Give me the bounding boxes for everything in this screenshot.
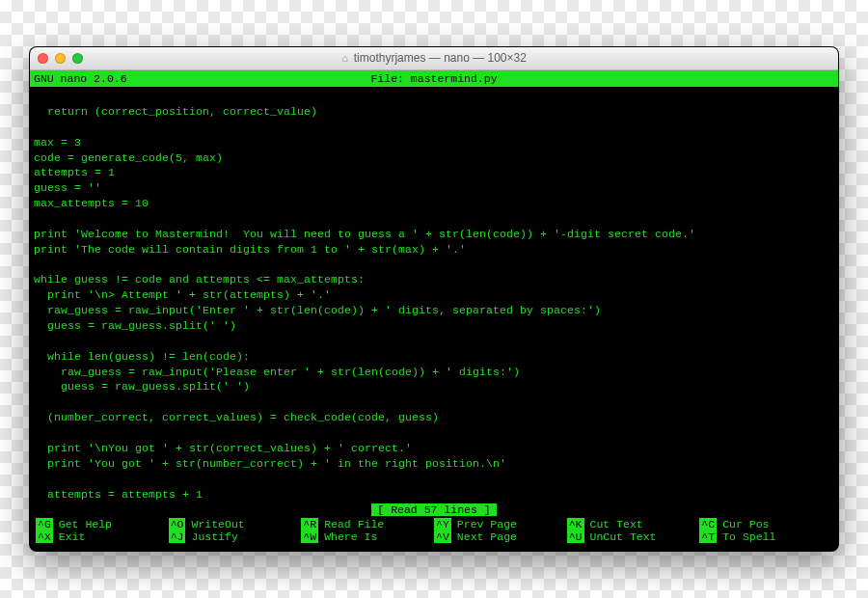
window-title-text: timothyrjames — nano — 100×32: [354, 51, 527, 65]
window-title: ⌂ timothyrjames — nano — 100×32: [30, 51, 838, 65]
status-row: [ Read 57 lines ]: [30, 503, 838, 516]
shortcut-row-1: ^G Get Help ^O WriteOut ^R Read File ^Y …: [36, 518, 832, 530]
shortcut-label: Cur Pos: [722, 518, 769, 530]
shortcut-row-2: ^X Exit ^J Justify ^W Where Is ^V Next P…: [36, 530, 832, 543]
nano-header: GNU nano 2.0.6 File: mastermind.py: [30, 70, 838, 88]
shortcut-prev-page[interactable]: ^Y Prev Page: [434, 518, 567, 530]
zoom-icon[interactable]: [72, 53, 83, 64]
titlebar: ⌂ timothyrjames — nano — 100×32: [30, 47, 838, 70]
shortcut-key: ^O: [169, 518, 186, 530]
shortcut-read-file[interactable]: ^R Read File: [301, 518, 434, 530]
shortcut-label: Cut Text: [590, 518, 643, 530]
minimize-icon[interactable]: [55, 53, 66, 64]
home-icon: ⌂: [341, 52, 348, 64]
close-icon[interactable]: [38, 53, 48, 64]
traffic-lights: [38, 53, 83, 64]
shortcut-key: ^U: [567, 530, 584, 543]
shortcut-bar: ^G Get Help ^O WriteOut ^R Read File ^Y …: [30, 516, 838, 551]
shortcut-label: Get Help: [59, 518, 112, 530]
shortcut-label: To Spell: [722, 530, 775, 543]
shortcut-get-help[interactable]: ^G Get Help: [36, 518, 169, 530]
terminal-body[interactable]: GNU nano 2.0.6 File: mastermind.py retur…: [30, 70, 838, 552]
shortcut-label: Justify: [191, 530, 237, 543]
shortcut-justify[interactable]: ^J Justify: [169, 530, 302, 543]
shortcut-key: ^R: [301, 518, 318, 530]
shortcut-to-spell[interactable]: ^T To Spell: [699, 530, 832, 543]
shortcut-label: WriteOut: [191, 518, 244, 530]
shortcut-key: ^K: [567, 518, 584, 530]
shortcut-key: ^J: [169, 530, 186, 543]
shortcut-key: ^G: [36, 518, 53, 530]
shortcut-writeout[interactable]: ^O WriteOut: [169, 518, 302, 530]
editor-content[interactable]: return (correct_position, correct_value)…: [30, 87, 838, 503]
shortcut-cut-text[interactable]: ^K Cut Text: [567, 518, 700, 530]
status-badge: [ Read 57 lines ]: [371, 503, 496, 516]
shortcut-label: Next Page: [457, 530, 517, 543]
nano-header-right: [567, 71, 834, 87]
shortcut-exit[interactable]: ^X Exit: [36, 530, 169, 543]
shortcut-label: Prev Page: [457, 518, 517, 530]
shortcut-key: ^T: [699, 530, 717, 543]
terminal-window: ⌂ timothyrjames — nano — 100×32 GNU nano…: [29, 46, 839, 553]
shortcut-label: Exit: [59, 530, 86, 543]
shortcut-label: Where Is: [324, 530, 377, 543]
nano-version: GNU nano 2.0.6: [34, 71, 301, 87]
shortcut-where-is[interactable]: ^W Where Is: [301, 530, 434, 543]
shortcut-next-page[interactable]: ^V Next Page: [434, 530, 567, 543]
shortcut-key: ^C: [699, 518, 717, 530]
shortcut-label: Read File: [324, 518, 384, 530]
shortcut-key: ^X: [36, 530, 53, 543]
nano-file-label: File: mastermind.py: [301, 71, 568, 87]
shortcut-key: ^V: [434, 530, 451, 543]
shortcut-label: UnCut Text: [590, 530, 657, 543]
shortcut-key: ^W: [301, 530, 318, 543]
shortcut-uncut-text[interactable]: ^U UnCut Text: [567, 530, 700, 543]
shortcut-cur-pos[interactable]: ^C Cur Pos: [699, 518, 832, 530]
shortcut-key: ^Y: [434, 518, 451, 530]
